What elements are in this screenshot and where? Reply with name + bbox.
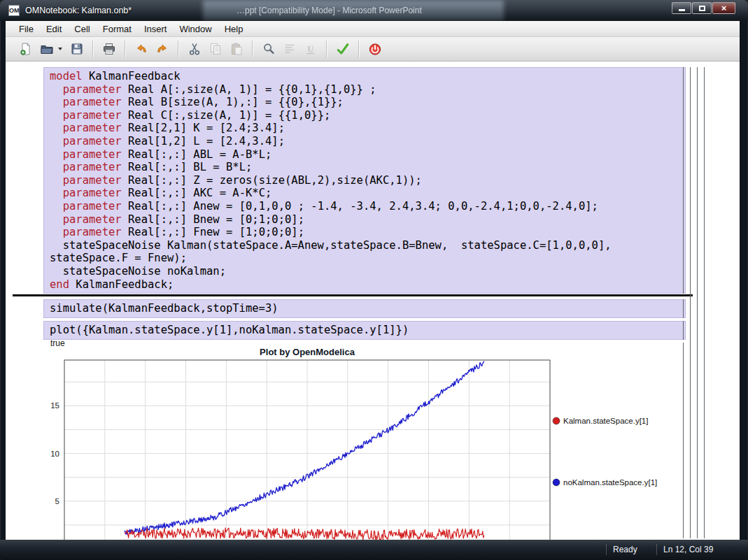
keyword-token: end [50,278,69,291]
search-button[interactable] [258,39,279,59]
y-tick-label: 5 [55,497,59,505]
code-line: parameter Real[:,:] AKC = A-K*C; [50,187,679,200]
code-line: stateSpaceNoise noKalman; [50,265,679,278]
redo-button[interactable] [152,39,173,59]
print-icon [102,42,116,56]
statusbar-separator [606,544,607,555]
save-button[interactable] [66,39,87,59]
code-line: parameter Real[:,:] Z = zeros(size(ABL,2… [50,174,679,187]
underline-icon: U [304,42,318,56]
power-icon [368,42,382,56]
keyword-token: parameter [63,174,122,187]
legend-swatch [553,479,560,486]
omnotebook-window: …ppt [Compatibility Mode] - Microsoft Po… [0,0,748,560]
code-line: parameter Real[:,:] BL = B*L; [50,161,679,174]
svg-text:U: U [307,43,314,54]
evaluate-button[interactable] [332,39,353,59]
legend-swatch [553,417,560,424]
cut-icon [188,42,202,56]
keyword-token: parameter [63,135,122,148]
copy-icon [209,42,223,56]
new-document-icon [19,42,33,56]
titlebar[interactable]: …ppt [Compatibility Mode] - Microsoft Po… [0,0,748,21]
cell-bracket[interactable] [697,67,698,538]
open-dropdown-caret[interactable] [58,48,62,50]
cell-insert-divider [13,294,693,296]
simulate-cell-text: simulate(KalmanFeedback,stopTime=3) [50,302,278,315]
cut-button[interactable] [184,39,205,59]
menu-file[interactable]: File [13,22,40,36]
code-line: parameter Real[:,:] Fnew = [1;0;0;0]; [50,226,679,239]
underline-button[interactable]: U [300,39,321,59]
keyword-token: parameter [63,83,122,96]
menu-format[interactable]: Format [97,22,138,36]
plot-cell[interactable]: plot({Kalman.stateSpace.y[1],noKalman.st… [43,321,686,340]
undo-button[interactable] [131,39,152,59]
copy-button[interactable] [205,39,226,59]
cell-bracket[interactable] [683,299,684,318]
code-line: parameter Real A[:,size(A, 1)] = {{0,1},… [50,83,679,96]
y-tick-label: 15 [50,401,59,410]
menu-insert[interactable]: Insert [138,22,174,36]
cell-bracket[interactable] [683,343,684,538]
menu-cell[interactable]: Cell [68,22,96,36]
toolbar-separator [178,41,179,57]
plot-cell-text: plot({Kalman.stateSpace.y[1],noKalman.st… [50,324,409,336]
keyword-token: parameter [63,161,122,173]
background-window-title: …ppt [Compatibility Mode] - Microsoft Po… [237,6,422,15]
code-line: parameter Real C[:,size(A, 1)] = {{1,0}}… [50,109,679,122]
keyword-token: parameter [63,109,122,122]
notebook-area: model KalmanFeedback parameter Real A[:,… [6,62,740,540]
text-format-button[interactable] [279,39,300,59]
toolbar-separator [92,41,94,57]
stop-button[interactable] [365,39,386,59]
menu-help[interactable]: Help [218,22,250,36]
legend-label: noKalman.stateSpace.y[1] [563,478,657,487]
cell-bracket[interactable] [683,67,684,294]
maximize-button[interactable] [692,2,712,14]
menu-window[interactable]: Window [173,22,218,36]
paste-icon [230,42,244,56]
cell-bracket[interactable] [704,67,705,538]
cell-bracket[interactable] [690,67,691,538]
code-line: end KalmanFeedback; [50,278,679,292]
code-line: stateSpace.F = Fnew); [50,252,679,265]
code-line: parameter Real[1,2] L = [2.4,3.4]; [50,135,679,148]
keyword-token: parameter [63,200,122,213]
toolbar-separator [326,41,327,57]
save-icon [70,42,84,56]
simulate-cell[interactable]: simulate(KalmanFeedback,stopTime=3) [43,299,686,318]
open-button[interactable] [36,39,57,59]
print-button[interactable] [99,39,120,59]
toolbar: U [6,37,740,62]
cursor-position: Ln 12, Col 39 [663,545,713,554]
paste-button[interactable] [226,39,247,59]
status-message: Ready [613,545,637,554]
new-document-button[interactable] [15,39,36,59]
app-icon: OM [8,5,20,16]
code-line: parameter Real[:,:] Bnew = [0;1;0;0]; [50,213,679,227]
toolbar-separator [252,41,253,57]
cell-bracket[interactable] [683,321,684,340]
align-icon [283,42,297,56]
code-line: model KalmanFeedback [50,70,679,83]
code-line: parameter Real[:,:] Anew = [0,1,0,0 ; -1… [50,200,679,213]
statusbar: Ready Ln 12, Col 39 [0,540,748,560]
code-line: parameter Real[2,1] K = [2.4;3.4]; [50,122,679,135]
keyword-token: model [50,70,83,82]
toolbar-separator [125,41,126,57]
close-button[interactable] [712,2,735,14]
keyword-token: parameter [63,213,122,226]
code-line: parameter Real[:,:] ABL = A-B*L; [50,148,679,161]
minimize-icon [679,9,685,11]
redo-icon [155,42,169,56]
menu-edit[interactable]: Edit [40,22,68,36]
minimize-button[interactable] [672,2,691,14]
result-plot: Plot by OpenModelica51015Kalman.stateSpa… [6,344,740,540]
toolbar-separator [358,41,360,57]
y-tick-label: 10 [50,450,59,458]
search-icon [262,42,276,56]
model-code-cell[interactable]: model KalmanFeedback parameter Real A[:,… [43,67,686,294]
maximize-icon [699,6,705,11]
keyword-token: parameter [63,96,122,108]
